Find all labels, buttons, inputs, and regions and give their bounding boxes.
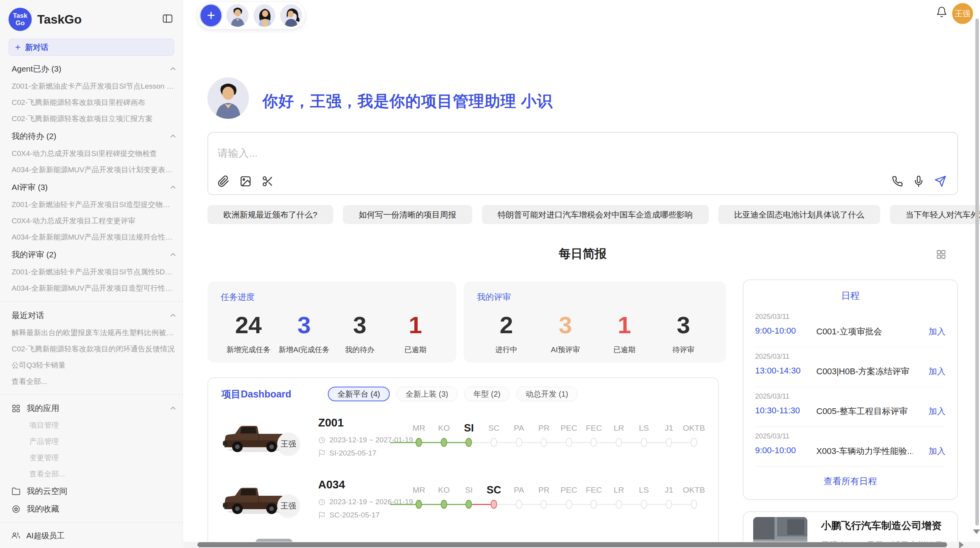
suggestion-chip[interactable]: 欧洲新规最近颁布了什么? [207,205,333,224]
new-chat-button[interactable]: + 新对话 [9,39,174,56]
milestone: PR [531,482,557,511]
scroll-right-arrow[interactable] [959,541,964,548]
woman-avatar-1[interactable] [254,4,275,27]
chat-input[interactable] [218,147,798,159]
mic-icon[interactable] [913,176,924,187]
grid-view-icon[interactable] [936,249,946,261]
section-header[interactable]: 我的待办 (2) [12,127,177,146]
task-progress-card: 任务进度 24新增完成任务3新增AI完成任务3我的待办1已逾期 [207,281,456,363]
milestone-label: MR [406,482,432,498]
list-item[interactable]: 查看全部... [12,373,177,390]
sidebar-item-cloud-space[interactable]: 我的云空间 [0,482,183,500]
dashboard-filter[interactable]: 全新上装 (3) [396,387,457,401]
new-chat-label: 新对话 [25,42,48,53]
chevron-up-icon[interactable] [169,404,177,413]
dashboard-filter[interactable]: 年型 (2) [464,387,510,401]
input-attachments [218,175,274,187]
milestone: OKTB [682,420,707,449]
list-item[interactable]: A034-全新新能源MUV产品开发项目造型可行性评审 [12,280,177,296]
card-title: 任务进度 [221,291,443,303]
chevron-up-icon[interactable] [169,250,177,259]
user-avatar[interactable]: 王强 [952,3,973,24]
event-name: C001-立项审批会 [816,326,913,337]
list-item[interactable]: C0X4-动力总成开发项目工程变更评审 [12,213,177,229]
milestone-label: SI [456,482,481,498]
chat-input-card [207,132,958,195]
milestone-label: FEC [581,482,607,498]
list-item[interactable]: Z001-全新燃油皮卡产品开发项目SI节点Lesson Learn报告 [12,78,177,94]
chevron-up-icon[interactable] [169,65,177,73]
view-all-schedule-link[interactable]: 查看所有日程 [755,475,946,487]
list-item[interactable]: A034-全新新能源MUV产品开发项目法规符合性评审 [12,229,177,245]
join-link[interactable]: 加入 [929,326,946,337]
collapse-sidebar-icon[interactable] [162,13,173,26]
join-link[interactable]: 加入 [929,366,946,377]
section-header[interactable]: AI评审 (3) [12,178,177,197]
suggestion-chip[interactable]: 如何写一份清晰的项目周报 [343,205,472,224]
sidebar-section: Agent已办 (3)Z001-全新燃油皮卡产品开发项目SI节点Lesson L… [0,60,183,127]
milestone-dot [666,438,672,447]
add-session-button[interactable]: + [200,5,221,26]
suggestion-chip[interactable]: 比亚迪全固态电池计划具体说了什么 [718,205,880,224]
woman-avatar-2[interactable] [280,4,302,27]
app-subitem[interactable]: 产品管理 [0,433,183,450]
dashboard-filter[interactable]: 全新平台 (4) [328,387,390,401]
paperclip-icon[interactable] [218,175,230,187]
suggestion-chip[interactable]: 当下年轻人对汽车外观有怎样的喜好趋势 [890,205,980,224]
sidebar-item-favorites[interactable]: 我的收藏 [0,500,183,518]
join-link[interactable]: 加入 [929,445,946,457]
section-title: 最近对话 [12,310,44,321]
section-title: AI评审 (3) [12,182,48,193]
stat-item: 3AI预评审 [536,312,595,355]
section-header[interactable]: 我的评审 (2) [12,245,177,264]
project-flag-milestone: SI-2025-05-17 [318,449,376,457]
list-item[interactable]: Z001-全新燃油轻卡产品开发项目SI造型提交物评审 [12,197,177,213]
man-avatar[interactable] [226,4,248,27]
event-date: 2025/03/11 [755,353,790,361]
scroll-down-arrow[interactable] [973,529,980,534]
recent-conversations: 最近对话解释最新出台的欧盟报废车法规再生塑料比例被调至15%...C02-飞腾新… [0,306,183,390]
sidebar-item-help-me-write[interactable]: 帮我写作 [0,544,183,548]
dashboard-filter[interactable]: 动总开发 (1) [516,387,577,401]
list-item[interactable]: C02-飞腾新能源轻客改款项目立项汇报方案 [12,111,177,127]
image-icon[interactable] [240,175,252,187]
project-owner-badge: 王强 [277,433,300,455]
list-item[interactable]: A034-全新新能源MUV产品开发项目计划变更表编写 [12,162,177,178]
notifications-bell-icon[interactable] [936,6,947,19]
horizontal-scrollbar[interactable] [197,542,947,547]
sidebar-sections: Agent已办 (3)Z001-全新燃油皮卡产品开发项目SI节点Lesson L… [0,60,183,296]
milestone-label: FEC [581,420,607,436]
chevron-up-icon[interactable] [169,183,177,192]
milestone: LR [607,420,632,449]
stat-value: 3 [276,312,332,339]
chevron-up-icon[interactable] [169,311,177,320]
list-item[interactable]: Z001-全新燃油轻卡产品开发项目SI节点属性5D文件评审 [12,264,177,280]
section-header[interactable]: Agent已办 (3) [12,60,177,78]
sidebar-item-my-apps[interactable]: 我的应用 [0,399,183,417]
milestone-label: J1 [656,420,682,436]
sidebar-item-ai-super-staff[interactable]: AI超级员工 [0,527,183,544]
suggestion-chip[interactable]: 特朗普可能对进口汽车增税会对中国车企造成哪些影响 [482,205,709,224]
event-date: 2025/03/11 [755,313,790,321]
send-icon[interactable] [934,175,946,187]
section-header[interactable]: 最近对话 [12,306,177,325]
milestone-label: PA [506,420,531,436]
app-subitem[interactable]: 项目管理 [0,417,183,433]
app-subitem[interactable]: 变更管理 [0,450,183,466]
list-item[interactable]: 公司Q3轻卡销量 [12,357,177,373]
app-subitem[interactable]: 查看全部... [0,466,183,482]
list-item[interactable]: C02-飞腾新能源轻客改款项目的闭环通告反馈情况 [12,341,177,357]
list-item[interactable]: C0X4-动力总成开发项目SI里程碑提交物检查 [12,146,177,162]
milestone: KO [432,482,457,511]
project-row: 王强Z0012023-12-19 ~ 2027-01-19SI-2025-05-… [208,413,720,466]
scissors-icon[interactable] [262,175,274,187]
milestone-columns: MRKOSISCPAPRPECFECLRLSJ1OKTB [406,482,707,511]
phone-icon[interactable] [892,176,903,187]
join-link[interactable]: 加入 [929,406,946,417]
project-dates-text: 2023-12-19 ~ 2027-01-19 [329,436,413,444]
chevron-up-icon[interactable] [169,132,177,140]
vertical-scrollbar[interactable] [975,19,979,526]
milestone-dot [690,500,697,509]
list-item[interactable]: 解释最新出台的欧盟报废车法规再生塑料比例被调至15%... [12,325,177,341]
list-item[interactable]: C02-飞腾新能源轻客改款项目里程碑画布 [12,94,177,111]
